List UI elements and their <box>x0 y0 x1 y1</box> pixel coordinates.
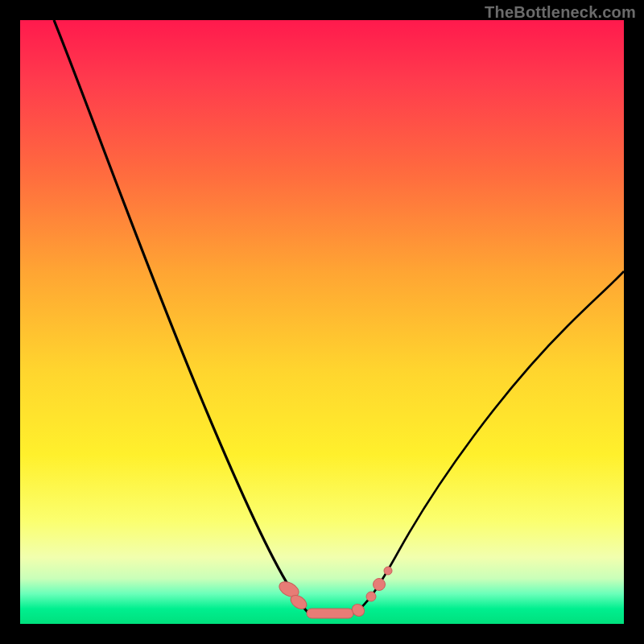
marker-dot-4 <box>384 567 392 575</box>
plot-area <box>20 20 624 624</box>
marker-dot-3 <box>374 579 386 591</box>
marker-bottom-bar <box>307 609 353 618</box>
watermark-text: TheBottleneck.com <box>485 3 636 22</box>
right-curve <box>354 271 624 613</box>
curves-svg <box>20 20 624 624</box>
chart-frame: TheBottleneck.com <box>0 0 644 644</box>
left-curve <box>54 20 308 613</box>
marker-dot-2 <box>366 592 376 601</box>
